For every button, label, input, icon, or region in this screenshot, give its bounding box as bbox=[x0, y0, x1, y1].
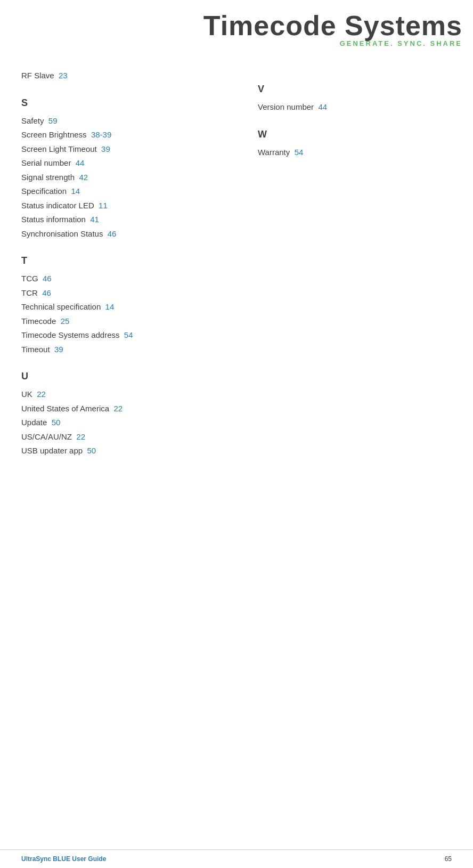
page-number: 50 bbox=[52, 418, 61, 427]
section-s-header: S bbox=[21, 98, 215, 109]
page-number: 59 bbox=[48, 116, 58, 125]
list-item: Synchronisation Status 46 bbox=[21, 227, 215, 241]
page-number: 39 bbox=[101, 144, 110, 153]
list-item: Screen Brightness 38-39 bbox=[21, 128, 215, 142]
page-number: 23 bbox=[59, 71, 68, 80]
section-t-header: T bbox=[21, 255, 215, 266]
list-item: Update 50 bbox=[21, 416, 215, 429]
brand-title: Timecode Systems bbox=[0, 10, 462, 42]
page-number: 38-39 bbox=[91, 130, 111, 139]
list-item: UK 22 bbox=[21, 387, 215, 401]
page-footer: UltraSync BLUE User Guide 65 bbox=[0, 849, 473, 868]
left-column: RF Slave 23 S Safety 59 Screen Brightnes… bbox=[21, 69, 237, 458]
list-item: Signal strength 42 bbox=[21, 171, 215, 184]
list-item: Status information 41 bbox=[21, 213, 215, 226]
page-number: 50 bbox=[87, 446, 96, 455]
page-number: 54 bbox=[295, 148, 304, 157]
list-item: Timecode Systems address 54 bbox=[21, 328, 215, 342]
list-item: Warranty 54 bbox=[258, 145, 452, 159]
list-item: Timeout 39 bbox=[21, 343, 215, 356]
page-number: 46 bbox=[108, 229, 117, 238]
list-item: Version number 44 bbox=[258, 100, 452, 114]
page-number: 46 bbox=[42, 288, 51, 297]
page-number: 25 bbox=[61, 317, 70, 326]
page-number: 22 bbox=[113, 404, 123, 413]
list-item: TCG 46 bbox=[21, 272, 215, 286]
page-number: 11 bbox=[99, 201, 108, 210]
page-header: Timecode Systems GENERATE. SYNC. SHARE bbox=[0, 0, 473, 53]
page-number: 39 bbox=[54, 345, 63, 354]
page-number: 44 bbox=[318, 102, 327, 111]
list-item: Timecode 25 bbox=[21, 314, 215, 328]
list-item: United States of America 22 bbox=[21, 402, 215, 416]
list-item: TCR 46 bbox=[21, 286, 215, 300]
section-v-header: V bbox=[258, 84, 452, 95]
list-item: US/CA/AU/NZ 22 bbox=[21, 430, 215, 444]
footer-page-number: 65 bbox=[445, 855, 452, 863]
page-number: 22 bbox=[37, 390, 46, 399]
list-item: Status indicator LED 11 bbox=[21, 199, 215, 213]
list-item: Specification 14 bbox=[21, 184, 215, 198]
list-item: Screen Light Timeout 39 bbox=[21, 142, 215, 156]
page-number: 42 bbox=[79, 173, 88, 182]
section-u-header: U bbox=[21, 371, 215, 382]
page-number: 14 bbox=[71, 186, 80, 196]
page-number: 46 bbox=[43, 274, 52, 283]
page-number: 44 bbox=[76, 158, 85, 167]
list-item: Serial number 44 bbox=[21, 156, 215, 170]
page-number: 22 bbox=[76, 432, 85, 441]
page-number: 54 bbox=[124, 330, 133, 339]
list-item: Safety 59 bbox=[21, 114, 215, 128]
main-content: RF Slave 23 S Safety 59 Screen Brightnes… bbox=[0, 53, 473, 490]
list-item: Technical specification 14 bbox=[21, 300, 215, 314]
footer-title: UltraSync BLUE User Guide bbox=[21, 855, 106, 863]
list-item: RF Slave 23 bbox=[21, 69, 215, 83]
right-column: V Version number 44 W Warranty 54 bbox=[237, 69, 452, 458]
section-w-header: W bbox=[258, 129, 452, 140]
page-number: 14 bbox=[105, 302, 115, 311]
page-number: 41 bbox=[90, 215, 99, 224]
item-label: RF Slave bbox=[21, 71, 54, 80]
list-item: USB updater app 50 bbox=[21, 444, 215, 458]
